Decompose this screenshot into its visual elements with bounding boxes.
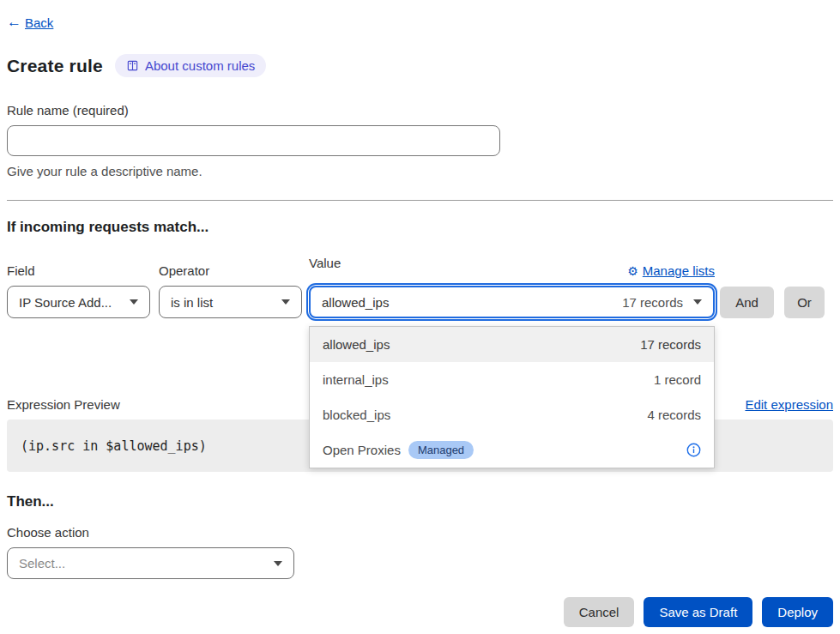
deploy-button[interactable]: Deploy	[762, 597, 833, 627]
managed-badge: Managed	[408, 441, 474, 459]
about-badge-label: About custom rules	[145, 58, 255, 73]
action-placeholder: Select...	[19, 556, 65, 571]
field-select-value: IP Source Add...	[19, 295, 112, 310]
create-rule-page: ← Back Create rule About custom rules Ru…	[0, 0, 840, 634]
list-option-allowed-ips[interactable]: allowed_ips 17 records	[310, 327, 714, 362]
operator-select-value: is in list	[171, 295, 213, 310]
edit-expression-link[interactable]: Edit expression	[745, 397, 833, 412]
expression-preview-label: Expression Preview	[7, 397, 120, 412]
list-option-blocked-ips[interactable]: blocked_ips 4 records	[310, 397, 714, 432]
book-icon	[126, 59, 139, 72]
field-select[interactable]: IP Source Add...	[7, 286, 150, 318]
field-label: Field	[7, 263, 150, 278]
and-button[interactable]: And	[720, 287, 774, 318]
option-name: Open Proxies	[323, 443, 401, 457]
manage-lists-link[interactable]: ⚙ Manage lists	[627, 263, 715, 278]
about-custom-rules-badge[interactable]: About custom rules	[115, 54, 266, 77]
option-record-count: 1 record	[654, 372, 701, 387]
action-select[interactable]: Select...	[7, 547, 294, 579]
back-arrow-icon: ←	[7, 14, 21, 31]
save-as-draft-button[interactable]: Save as Draft	[644, 597, 752, 627]
list-option-open-proxies[interactable]: Open Proxies Managed	[310, 432, 714, 468]
chevron-down-icon	[130, 299, 138, 305]
list-dropdown: allowed_ips 17 records internal_ips 1 re…	[309, 326, 715, 468]
page-title: Create rule	[7, 56, 103, 76]
choose-action-label: Choose action	[7, 525, 833, 540]
info-icon[interactable]	[686, 443, 701, 457]
then-heading: Then...	[7, 493, 833, 510]
chevron-down-icon	[281, 299, 290, 305]
rule-name-input[interactable]	[7, 125, 500, 156]
expression-code: (ip.src in $allowed_ips)	[21, 438, 207, 454]
gear-icon: ⚙	[627, 265, 638, 277]
value-record-count: 17 records	[622, 295, 683, 310]
chevron-down-icon	[693, 299, 702, 305]
chevron-down-icon	[274, 561, 282, 566]
value-selected-name: allowed_ips	[322, 295, 389, 310]
option-record-count: 4 records	[647, 408, 701, 422]
value-label: Value	[309, 256, 341, 270]
operator-label: Operator	[159, 263, 302, 278]
rule-name-label: Rule name (required)	[7, 103, 833, 118]
rule-name-helper: Give your rule a descriptive name.	[7, 164, 833, 178]
list-option-internal-ips[interactable]: internal_ips 1 record	[310, 362, 714, 397]
option-name: blocked_ips	[323, 408, 390, 422]
option-name: internal_ips	[323, 372, 389, 387]
match-heading: If incoming requests match...	[7, 219, 833, 236]
cancel-button[interactable]: Cancel	[564, 597, 635, 627]
section-divider	[7, 200, 833, 201]
operator-select[interactable]: is in list	[159, 286, 302, 318]
option-name: allowed_ips	[323, 337, 390, 352]
back-link[interactable]: Back	[25, 15, 53, 30]
or-button[interactable]: Or	[784, 287, 825, 318]
value-select[interactable]: allowed_ips 17 records	[309, 286, 715, 318]
option-record-count: 17 records	[640, 337, 701, 352]
